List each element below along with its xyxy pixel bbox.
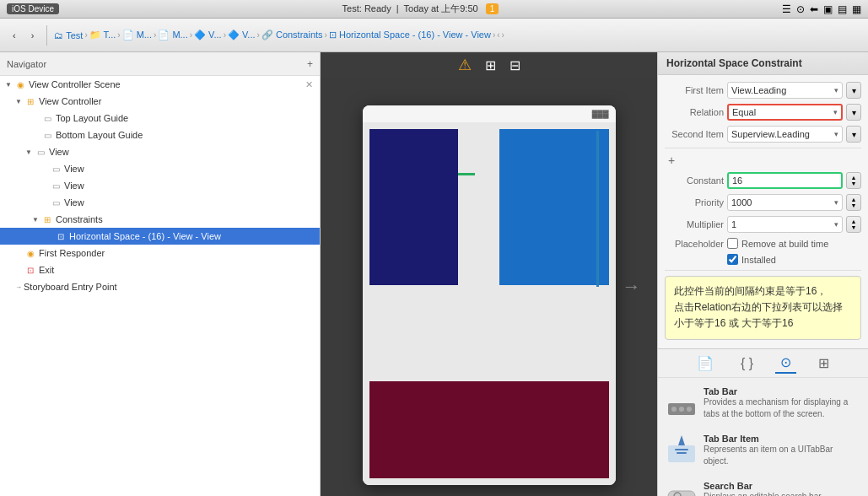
icon-constraints: ⊞ xyxy=(40,213,54,226)
separator1 xyxy=(665,148,861,148)
tree-item-view1[interactable]: ▶ ▭ View xyxy=(0,160,320,177)
transition-arrow: → xyxy=(623,276,641,298)
svg-point-1 xyxy=(671,407,677,412)
multiplier-label: Multiplier xyxy=(665,219,724,229)
search-icon[interactable]: ⊙ xyxy=(796,3,805,15)
blue-view-left xyxy=(369,129,458,285)
icon-firstresponder: ◉ xyxy=(24,246,37,260)
label-view1: View xyxy=(64,164,84,174)
multiplier-dropdown[interactable]: 1 ▾ xyxy=(727,216,843,233)
canvas-area: ⚠ ⊞ ⊟ ▓▓▓ xyxy=(321,52,657,496)
tabbaritem-title: Tab Bar Item xyxy=(704,434,860,444)
icon-toplayout: ▭ xyxy=(40,111,54,125)
breadcrumb-t[interactable]: 📁 T... xyxy=(89,30,116,40)
canvas-btn-warn[interactable]: ⚠ xyxy=(458,56,472,74)
window3-icon[interactable]: ▦ xyxy=(852,3,861,15)
priority-stepper[interactable]: ▲ ▼ xyxy=(846,194,861,211)
tab-grid[interactable]: ⊞ xyxy=(813,353,834,373)
window2-icon[interactable]: ▤ xyxy=(838,3,847,15)
tree-item-vc[interactable]: ▼ ⊞ View Controller xyxy=(0,93,320,110)
icon-view3: ▭ xyxy=(49,196,62,209)
toolbar-separator xyxy=(46,25,47,46)
label-storyboard: Storyboard Entry Point xyxy=(24,282,117,292)
add-constraint-btn[interactable]: + xyxy=(665,152,678,169)
menu-icon[interactable]: ☰ xyxy=(782,3,791,15)
library-tabs: 📄 { } ⊙ ⊞ xyxy=(658,349,868,378)
inspector-content: First Item View.Leading ▾ ▾ Relation Equ… xyxy=(658,75,868,348)
phone-frame-wrapper: ▓▓▓ → xyxy=(363,89,616,485)
lib-item-searchbar: Search Bar Displays an editable search b… xyxy=(663,477,863,496)
tab-circle[interactable]: ⊙ xyxy=(775,353,796,374)
breadcrumb-v1[interactable]: 🔷 V... xyxy=(194,30,222,40)
forward-button[interactable]: › xyxy=(25,28,40,43)
first-item-label: First Item xyxy=(665,85,724,95)
second-item-dropdown[interactable]: Superview.Leading ▾ xyxy=(727,126,843,143)
svg-rect-7 xyxy=(677,452,687,454)
arrow-scene: ▼ xyxy=(3,81,13,89)
multiplier-value: 1 xyxy=(731,219,736,229)
relation-select-btn[interactable]: ▾ xyxy=(846,104,861,121)
label-exit: Exit xyxy=(39,265,54,275)
arrow-view: ▼ xyxy=(24,148,34,156)
tree-item-scene[interactable]: ▼ ◉ View Controller Scene ✕ xyxy=(0,76,320,93)
relation-chevron-icon: ▾ xyxy=(833,108,838,116)
tree-item-view2[interactable]: ▶ ▭ View xyxy=(0,177,320,194)
label-bottomlayout: Bottom Layout Guide xyxy=(56,130,143,140)
placeholder-text: Remove at build time xyxy=(741,239,828,249)
breadcrumb: 🗂 Test › 📁 T... › 📄 M... › 📄 M... › 🔷 V.… xyxy=(54,30,504,40)
close-scene-btn[interactable]: ✕ xyxy=(305,79,320,90)
placeholder-row: Placeholder Remove at build time xyxy=(665,238,861,249)
canvas-btn-frame[interactable]: ⊟ xyxy=(509,57,520,73)
label-view3: View xyxy=(64,197,84,208)
back-button[interactable]: ‹ xyxy=(7,28,22,43)
tree-item-bottomlayout[interactable]: ▶ ▭ Bottom Layout Guide xyxy=(0,127,320,143)
tree-item-exit[interactable]: ▶ ⊡ Exit xyxy=(0,261,320,278)
constant-stepper-up[interactable]: ▲ ▼ xyxy=(846,172,861,189)
multiplier-stepper[interactable]: ▲ ▼ xyxy=(846,216,861,233)
inspector-header: Horizontal Space Constraint xyxy=(658,52,868,75)
tree-item-view[interactable]: ▼ ▭ View xyxy=(0,143,320,160)
breadcrumb-test[interactable]: 🗂 Test xyxy=(54,30,83,40)
first-item-select-btn[interactable]: ▾ xyxy=(846,82,861,99)
tree-item-hspace[interactable]: ▶ ⊡ Horizontal Space - (16) - View - Vie… xyxy=(0,228,320,245)
breadcrumb-m1[interactable]: 📄 M... xyxy=(122,30,152,40)
tabbar-icon xyxy=(666,386,697,417)
title-bar: iOS Device Test: Ready | Today at 上午9:50… xyxy=(0,0,868,19)
sidebar-add-btn[interactable]: + xyxy=(307,58,313,70)
installed-checkbox[interactable] xyxy=(727,254,738,265)
tree-item-view3[interactable]: ▶ ▭ View xyxy=(0,194,320,211)
first-item-dropdown[interactable]: View.Leading ▾ xyxy=(727,82,843,99)
tabbaritem-icon xyxy=(666,434,697,464)
searchbar-icon xyxy=(666,481,697,496)
tree-item-storyboard[interactable]: → Storyboard Entry Point xyxy=(0,278,320,295)
constant-input[interactable]: 16 xyxy=(727,172,843,189)
placeholder-checkbox[interactable] xyxy=(727,238,738,249)
second-item-select-btn[interactable]: ▾ xyxy=(846,126,861,143)
back-icon[interactable]: ⬅ xyxy=(810,3,818,15)
constraint-indicator-teal xyxy=(458,173,475,175)
window1-icon[interactable]: ▣ xyxy=(823,3,833,15)
tree-item-toplayout[interactable]: ▶ ▭ Top Layout Guide xyxy=(0,110,320,127)
main-layout: Navigator + ▼ ◉ View Controller Scene ✕ … xyxy=(0,52,868,496)
arrow-vc: ▼ xyxy=(13,98,24,105)
second-item-label: Second Item xyxy=(665,129,724,139)
relation-dropdown[interactable]: Equal ▾ xyxy=(727,104,843,121)
blue-view-right xyxy=(499,129,609,285)
arrow-storyboard: → xyxy=(13,283,24,291)
breadcrumb-hspace[interactable]: ⊡ Horizontal Space - (16) - View - View xyxy=(329,30,491,40)
multiplier-chevron-icon: ▾ xyxy=(834,220,838,229)
tab-file[interactable]: 📄 xyxy=(692,353,719,373)
breadcrumb-m2[interactable]: 📄 M... xyxy=(158,30,187,40)
tree-item-constraints[interactable]: ▼ ⊞ Constraints xyxy=(0,211,320,228)
breadcrumb-constraints[interactable]: 🔗 Constraints xyxy=(261,30,323,40)
arrow-constraints: ▼ xyxy=(30,216,40,224)
tree-item-firstresponder[interactable]: ▶ ◉ First Responder xyxy=(0,245,320,261)
canvas-btn-grid[interactable]: ⊞ xyxy=(485,57,496,73)
tab-code[interactable]: { } xyxy=(736,354,758,373)
priority-row: Priority 1000 ▾ ▲ ▼ xyxy=(665,194,861,211)
icon-view1: ▭ xyxy=(49,162,62,175)
breadcrumb-v2[interactable]: 🔷 V... xyxy=(228,30,256,40)
priority-dropdown[interactable]: 1000 ▾ xyxy=(727,194,843,211)
priority-down-icon: ▼ xyxy=(851,202,857,208)
searchbar-desc: Displays an editable search bar, contain… xyxy=(704,491,860,496)
